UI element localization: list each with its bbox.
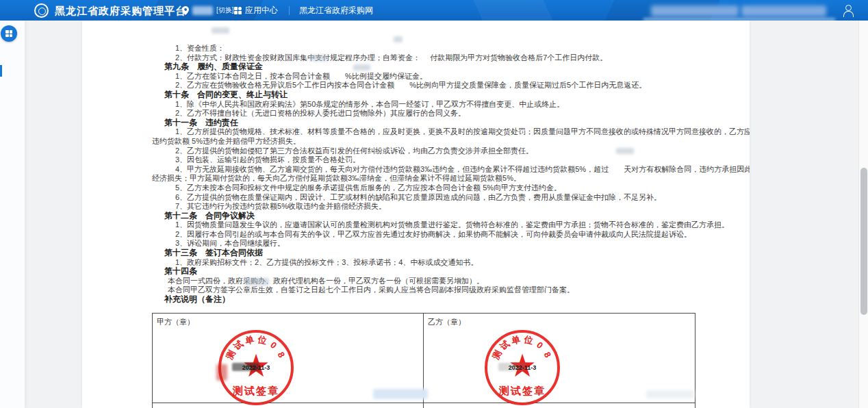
portal-link-label: 黑龙江省政府采购网 — [299, 5, 373, 16]
contract-line: 第十三条 签订本合同依据 — [152, 248, 700, 258]
redacted-header-item-1 — [651, 5, 739, 16]
redacted-days-value — [616, 148, 634, 154]
vertical-scrollbar-thumb[interactable] — [860, 168, 867, 315]
seal-bottom-text: 测试签章 — [218, 385, 294, 398]
contract-line: 3、因包装、运输引起的货物损坏，按质量不合格处罚。 — [152, 155, 700, 165]
redacted-region-name — [192, 6, 213, 15]
header-separator — [289, 6, 290, 15]
sidebar-scroll-indicator — [0, 65, 2, 77]
vertical-scrollbar-track[interactable] — [858, 21, 868, 408]
redacted-remark — [244, 278, 269, 285]
contract-line: 2、乙方不得擅自转让（无进口资格的投标人委托进口货物除外）其应履行的合同义务。 — [152, 109, 700, 118]
contract-line: 1、乙方所提供的货物规格、技术标准、材料等质量不合格的，应及时更换，更换不及时的… — [152, 127, 700, 137]
party-a-test-seal: 测试单位08 ★ 2022-11-3 测试签章 — [218, 330, 294, 405]
contract-line: 本合同一式四份，政府采购办、政府代理机构各一份，甲乙双方各一份（可根据需要另增加… — [152, 277, 700, 286]
contract-line: 1、因货物质量问题发生争议的，应邀请国家认可的质量检测机构对货物质量进行鉴定。货… — [152, 220, 700, 230]
redacted-party-a-signature — [373, 389, 428, 399]
header-highlight-decoration — [643, 18, 835, 21]
region-switch-label[interactable]: [切换] — [216, 5, 234, 15]
contract-line: 第十二条 合同争议解决 — [152, 212, 700, 221]
contract-line: 7、其它违约行为按违约货款额5%收取违约金并赔偿经济损失。 — [152, 202, 700, 212]
contract-body: 1、资金性质： 2、付款方式：财政性资金按财政国库集中支付规定程序办理；自筹资金… — [152, 44, 700, 305]
redacted-bond-percent — [309, 55, 328, 61]
platform-logo-icon — [34, 3, 49, 18]
party-a-label: 甲方（章） — [157, 317, 194, 327]
redacted-header-item-2 — [741, 5, 826, 16]
user-account-icon[interactable] — [842, 4, 854, 17]
contract-line: 1、政府采购招标文件；2、乙方提供的投标文件；3、投标承诺书；4、中标或成交通知… — [152, 258, 700, 268]
contract-line: 6、乙方提供的货物在质量保证期内，因设计、工艺或材料的缺陷和其它质量原因造成的问… — [152, 193, 700, 203]
app-grid-icon — [234, 7, 242, 14]
contract-line: 1、资金性质： — [152, 44, 700, 53]
seal-date: 2022-11-3 — [509, 364, 537, 371]
contract-line: 5、乙方未按本合同和投标文件中规定的服务承诺提供售后服务的，乙方应按本合同合计金… — [152, 183, 700, 193]
contract-line: 违约货款额 5%违约金并赔偿甲方经济损失。 — [152, 137, 700, 146]
contract-line: 2、因履行本合同引起的或与本合同有关的争议，甲乙双方应首先通过友好协商解决，如果… — [152, 230, 700, 240]
app-root: 黑龙江省政府采购管理平台 [切换] 应用中心 黑龙江省政府采购网 — [0, 0, 868, 408]
redacted-quality-percent — [353, 64, 370, 71]
sidebar-collapsed — [0, 21, 25, 408]
redacted-party-b-signature — [646, 390, 694, 398]
portal-link[interactable]: 黑龙江省政府采购网 — [299, 0, 373, 21]
contract-line: 第十四条 — [152, 267, 700, 277]
seal-bottom-text: 测试签章 — [485, 385, 560, 398]
platform-title: 黑龙江省政府采购管理平台 — [55, 5, 186, 18]
menu-grid-icon — [5, 30, 12, 37]
seal-ink-blob — [216, 364, 227, 381]
party-b-test-seal: 测试单位08 ★ 2022-11-3 测试签章 — [485, 330, 560, 405]
contract-line: 3、诉讼期间，本合同继续履行。 — [152, 239, 700, 248]
contract-line: 2、乙方应在货物验收合格无异议后5个工作日内按本合同合计金额 %比例向甲方提交质… — [152, 81, 700, 90]
redacted-fund-nature — [212, 27, 229, 34]
contract-line: 1、除《中华人民共和国政府采购法》第50条规定的情形外，本合同一经签订，甲乙双方… — [152, 100, 700, 110]
contract-line: 补充说明（备注） — [152, 295, 700, 305]
contract-line: 本合同甲乙双方签字公章后生效，自签订之日起七个工作日内，采购人应当将合同副本报同… — [152, 285, 700, 295]
sidebar-toggle-button[interactable] — [1, 25, 17, 42]
contract-line: 4、甲方无故延期接收货物、乙方逾期交货的，每天向对方偿付违约货款额3‰违约金，但… — [152, 165, 700, 175]
region-switcher[interactable]: [切换] — [182, 0, 234, 21]
contract-document-page: 1、资金性质： 2、付款方式：财政性资金按财政国库集中支付规定程序办理；自筹资金… — [82, 21, 750, 408]
location-pin-icon — [182, 6, 189, 15]
contract-line: 2、付款方式：财政性资金按财政国库集中支付规定程序办理；自筹资金： 付款期限为甲… — [152, 53, 700, 63]
contract-line: 1、乙方在签订本合同之日，按本合同合计金额 %比例提交履约保证金。 — [152, 72, 700, 81]
redacted-self-fund — [394, 36, 403, 42]
app-center-label: 应用中心 — [245, 5, 278, 16]
party-b-label: 乙方（章） — [428, 317, 465, 327]
top-navbar: 黑龙江省政府采购管理平台 [切换] 应用中心 黑龙江省政府采购网 — [0, 0, 868, 21]
contract-line: 第九条 履约、质量保证金 — [152, 62, 700, 72]
contract-line: 第十条 合同的变更、终止与转让 — [152, 90, 700, 100]
seal-date: 2022-11-3 — [242, 364, 270, 371]
contract-line: 第十一条 违约责任 — [152, 118, 700, 128]
contract-line: 经济损失；甲方延期付货款的，每天向乙方偿付延期货款额3‰滞纳金，但滞纳金累计不得… — [152, 174, 700, 183]
app-center-menu[interactable]: 应用中心 — [234, 0, 278, 21]
